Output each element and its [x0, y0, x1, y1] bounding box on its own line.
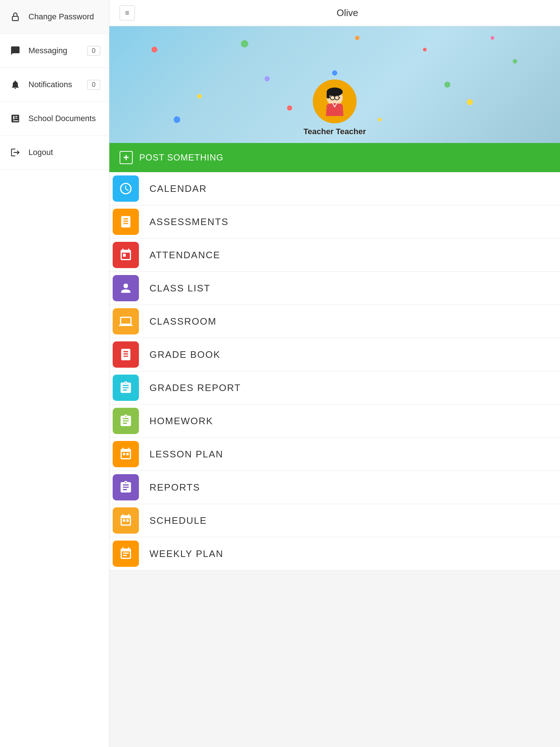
menu-item-lesson-plan[interactable]: LESSON PLAN	[109, 438, 560, 471]
message-icon	[9, 44, 22, 57]
menu-item-calendar[interactable]: CALENDAR	[109, 172, 560, 205]
sidebar-label-notifications: Notifications	[28, 80, 81, 89]
homework-icon-bg	[113, 408, 139, 434]
avatar	[313, 80, 357, 123]
schedule-icon-box	[109, 504, 142, 537]
book2-icon	[119, 348, 133, 361]
menu-button[interactable]: ≡	[120, 5, 135, 20]
menu-item-class-list[interactable]: CLASS LIST	[109, 272, 560, 305]
menu-item-classroom[interactable]: CLASSROOM	[109, 305, 560, 338]
lock-icon	[9, 10, 22, 23]
reports-icon-box	[109, 471, 142, 504]
grades-report-icon-bg	[113, 375, 139, 401]
calendar-grid-icon	[119, 447, 133, 461]
calendar-icon-box	[109, 172, 142, 205]
class-list-icon-bg	[113, 275, 139, 301]
weekly-plan-icon-box	[109, 537, 142, 570]
sidebar-label-change-password: Change Password	[28, 12, 100, 22]
post-plus-icon: +	[120, 151, 133, 164]
grade-book-icon-box	[109, 338, 142, 371]
svg-line-7	[329, 97, 330, 98]
sidebar: Change Password Messaging 0 Notification…	[0, 0, 109, 747]
clipboard2-icon	[119, 414, 133, 428]
svg-rect-0	[12, 16, 18, 21]
reports-label: REPORTS	[142, 482, 560, 493]
homework-icon-box	[109, 405, 142, 437]
sidebar-item-change-password[interactable]: Change Password	[0, 0, 109, 34]
clipboard3-icon	[119, 480, 133, 494]
class-list-label: CLASS LIST	[142, 283, 560, 294]
laptop-icon	[119, 314, 133, 328]
calendar-grid2-icon	[119, 514, 133, 527]
grades-report-label: GRADES REPORT	[142, 382, 560, 394]
document-icon	[9, 112, 22, 125]
calendar-check-icon	[119, 248, 133, 262]
calendar-icon-bg	[113, 175, 139, 202]
post-something-label: POST SOMETHING	[139, 152, 223, 163]
sidebar-label-messaging: Messaging	[28, 46, 81, 55]
menu-item-reports[interactable]: REPORTS	[109, 471, 560, 504]
messaging-badge: 0	[87, 46, 100, 56]
notifications-badge: 0	[87, 80, 100, 90]
profile-name: Teacher Teacher	[303, 127, 366, 136]
svg-rect-3	[327, 92, 330, 98]
assessments-icon-box	[109, 205, 142, 238]
grades-report-icon-box	[109, 371, 142, 404]
menu-item-grade-book[interactable]: GRADE BOOK	[109, 338, 560, 371]
main-content: ≡ Olive	[109, 0, 560, 747]
menu-item-attendance[interactable]: ATTENDANCE	[109, 239, 560, 272]
clock-icon	[119, 182, 133, 196]
post-something-button[interactable]: + POST SOMETHING	[109, 143, 560, 172]
classroom-icon-box	[109, 305, 142, 338]
book-icon	[119, 215, 133, 229]
grade-book-label: GRADE BOOK	[142, 349, 560, 360]
classroom-icon-bg	[113, 308, 139, 334]
attendance-icon-bg	[113, 242, 139, 268]
topbar-title: Olive	[145, 7, 550, 19]
sidebar-item-messaging[interactable]: Messaging 0	[0, 34, 109, 68]
homework-label: HOMEWORK	[142, 415, 560, 427]
lesson-plan-icon-bg	[113, 441, 139, 467]
assessments-label: ASSESSMENTS	[142, 216, 560, 228]
schedule-label: SCHEDULE	[142, 515, 560, 526]
profile-banner: Teacher Teacher	[109, 26, 560, 143]
sidebar-item-school-documents[interactable]: School Documents	[0, 102, 109, 136]
attendance-label: ATTENDANCE	[142, 249, 560, 261]
avatar-image	[316, 83, 353, 120]
notification-icon	[9, 78, 22, 91]
logout-icon	[9, 146, 22, 159]
attendance-icon-box	[109, 239, 142, 271]
reports-icon-bg	[113, 474, 139, 500]
clipboard-icon	[119, 381, 133, 395]
class-list-icon-box	[109, 272, 142, 305]
classroom-label: CLASSROOM	[142, 316, 560, 327]
menu-list: CALENDAR ASSESSMENTS A	[109, 172, 560, 570]
sidebar-label-logout: Logout	[28, 148, 100, 157]
weekly-plan-label: WEEKLY PLAN	[142, 548, 560, 560]
menu-item-assessments[interactable]: ASSESSMENTS	[109, 205, 560, 239]
weekly-plan-icon-bg	[113, 541, 139, 567]
sidebar-item-logout[interactable]: Logout	[0, 136, 109, 170]
calendar-label: CALENDAR	[142, 183, 560, 194]
menu-item-weekly-plan[interactable]: WEEKLY PLAN	[109, 537, 560, 570]
sidebar-item-notifications[interactable]: Notifications 0	[0, 68, 109, 102]
menu-item-schedule[interactable]: SCHEDULE	[109, 504, 560, 537]
topbar: ≡ Olive	[109, 0, 560, 26]
calendar-day-icon	[119, 547, 133, 561]
svg-line-8	[339, 97, 340, 98]
grade-book-icon-bg	[113, 341, 139, 368]
menu-item-homework[interactable]: HOMEWORK	[109, 405, 560, 438]
sidebar-label-school-documents: School Documents	[28, 114, 100, 123]
lesson-plan-label: LESSON PLAN	[142, 449, 560, 460]
schedule-icon-bg	[113, 507, 139, 534]
assessments-icon-bg	[113, 209, 139, 235]
person-icon	[119, 281, 133, 295]
profile-section: Teacher Teacher	[303, 80, 366, 136]
lesson-plan-icon-box	[109, 438, 142, 471]
menu-item-grades-report[interactable]: GRADES REPORT	[109, 371, 560, 405]
